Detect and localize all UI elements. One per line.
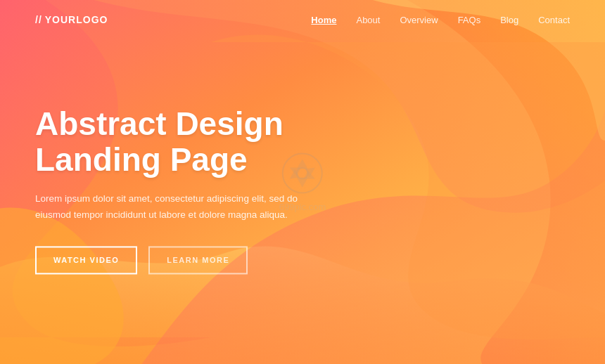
nav-about[interactable]: About [356,15,380,25]
navbar: // YOURLOGO Home About Overview FAQs Blo… [0,0,605,39]
logo-icon: // [35,14,42,25]
hero-title: Abstract Design Landing Page [35,106,317,177]
nav-links: Home About Overview FAQs Blog Contact [311,15,570,25]
learn-more-button[interactable]: LEARN MORE [148,246,248,274]
hero-buttons: WATCH VIDEO LEARN MORE [35,246,317,274]
logo: // YOURLOGO [35,14,108,25]
hero-title-line1: Abstract Design [35,105,284,142]
nav-blog[interactable]: Blog [500,15,518,25]
nav-contact[interactable]: Contact [538,15,570,25]
nav-faqs[interactable]: FAQs [458,15,481,25]
watch-video-button[interactable]: WATCH VIDEO [35,246,137,274]
nav-overview[interactable]: Overview [400,15,438,25]
hero-title-line2: Landing Page [35,141,248,178]
page-wrapper: // YOURLOGO Home About Overview FAQs Blo… [0,0,605,364]
hero-content: Abstract Design Landing Page Lorem ipsum… [35,106,317,274]
logo-text: YOURLOGO [45,14,108,25]
nav-home[interactable]: Home [311,15,336,25]
hero-subtitle: Lorem ipsum dolor sit amet, consectetur … [35,192,317,224]
